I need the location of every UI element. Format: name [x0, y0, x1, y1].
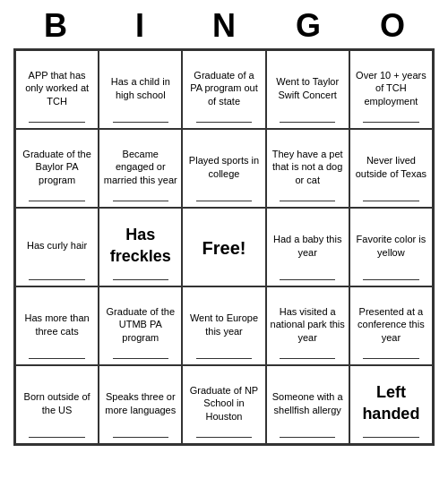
cell-text: Left handed — [354, 370, 428, 433]
cell-text: Has a child in high school — [103, 55, 177, 118]
cell-underline — [280, 358, 335, 359]
bingo-cell: Has more than three cats — [15, 286, 99, 365]
cell-underline — [113, 279, 168, 280]
cell-text: Never lived outside of Texas — [354, 133, 428, 197]
cell-underline — [196, 201, 252, 201]
cell-underline — [280, 122, 335, 123]
bingo-letter: I — [113, 7, 167, 45]
cell-text: Graduate of NP School in Houston — [186, 370, 261, 433]
bingo-grid: APP that has only worked at TCHHas a chi… — [13, 48, 435, 446]
bingo-cell: They have a pet that is not a dog or cat — [266, 129, 349, 208]
bingo-cell: Has freckles — [99, 208, 182, 286]
bingo-letter: G — [281, 7, 335, 45]
cell-underline — [113, 437, 168, 438]
bingo-cell: Graduate of NP School in Houston — [182, 365, 265, 444]
bingo-cell: Played sports in college — [182, 129, 265, 208]
cell-underline — [363, 279, 418, 280]
cell-underline — [196, 437, 252, 438]
bingo-cell: Over 10 + years of TCH employment — [349, 50, 433, 129]
cell-underline — [29, 358, 84, 359]
bingo-cell: Has curly hair — [15, 208, 99, 286]
bingo-cell: Presented at a conference this year — [349, 286, 433, 365]
cell-underline — [363, 358, 418, 359]
bingo-cell: Went to Taylor Swift Concert — [266, 50, 349, 129]
bingo-cell: Graduate of the UTMB PA program — [99, 286, 182, 365]
cell-text: Free! — [186, 212, 261, 280]
bingo-cell: Speaks three or more languages — [99, 365, 182, 444]
cell-text: Played sports in college — [186, 133, 261, 197]
cell-underline — [113, 201, 168, 201]
cell-text: Has visited a national park this year — [271, 291, 345, 355]
cell-underline — [196, 358, 252, 359]
cell-underline — [363, 201, 418, 201]
cell-text: Has more than three cats — [20, 291, 94, 355]
cell-underline — [29, 201, 84, 201]
cell-text: Over 10 + years of TCH employment — [354, 55, 428, 118]
bingo-cell: Favorite color is yellow — [349, 208, 433, 286]
bingo-cell: Graduate of the Baylor PA program — [15, 129, 99, 208]
bingo-letter: B — [29, 7, 82, 45]
cell-text: Speaks three or more languages — [103, 370, 177, 433]
bingo-cell: Had a baby this year — [266, 208, 349, 286]
cell-text: Graduate of the UTMB PA program — [103, 291, 177, 355]
cell-underline — [363, 122, 418, 123]
cell-text: Graduate of a PA program out of state — [186, 55, 261, 118]
cell-text: Has curly hair — [20, 212, 94, 276]
cell-underline — [196, 122, 252, 123]
bingo-cell: Graduate of a PA program out of state — [182, 50, 265, 129]
bingo-cell: Free! — [182, 208, 265, 286]
cell-underline — [280, 279, 335, 280]
bingo-cell: Left handed — [349, 365, 433, 444]
cell-underline — [363, 437, 418, 438]
cell-text: Has freckles — [103, 212, 177, 276]
bingo-cell: Went to Europe this year — [182, 286, 265, 365]
cell-text: Went to Europe this year — [186, 291, 261, 355]
cell-text: Had a baby this year — [271, 212, 345, 276]
cell-underline — [280, 437, 335, 438]
bingo-cell: Someone with a shellfish allergy — [266, 365, 349, 444]
bingo-cell: Has a child in high school — [99, 50, 182, 129]
cell-text: Favorite color is yellow — [354, 212, 428, 276]
cell-underline — [113, 122, 168, 123]
cell-text: Someone with a shellfish allergy — [271, 370, 345, 433]
bingo-cell: Became engaged or married this year — [99, 129, 182, 208]
cell-text: Presented at a conference this year — [354, 291, 428, 355]
bingo-cell: Has visited a national park this year — [266, 286, 349, 365]
bingo-cell: Born outside of the US — [15, 365, 99, 444]
cell-underline — [29, 437, 84, 438]
cell-text: Born outside of the US — [20, 370, 94, 433]
cell-text: APP that has only worked at TCH — [20, 55, 94, 118]
cell-text: They have a pet that is not a dog or cat — [271, 133, 345, 197]
cell-underline — [29, 279, 84, 280]
cell-text: Went to Taylor Swift Concert — [271, 55, 345, 118]
bingo-cell: Never lived outside of Texas — [349, 129, 433, 208]
cell-text: Became engaged or married this year — [103, 133, 177, 197]
bingo-title: BINGO — [13, 0, 435, 48]
bingo-letter: O — [366, 7, 419, 45]
cell-underline — [113, 358, 168, 359]
bingo-cell: APP that has only worked at TCH — [15, 50, 99, 129]
cell-underline — [29, 122, 84, 123]
cell-underline — [280, 201, 335, 201]
bingo-letter: N — [197, 7, 251, 45]
cell-text: Graduate of the Baylor PA program — [20, 133, 94, 197]
